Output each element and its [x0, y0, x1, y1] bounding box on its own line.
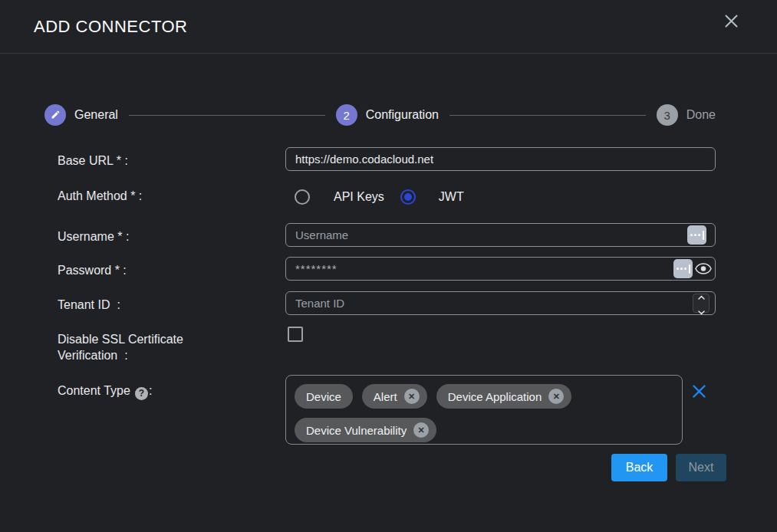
- auth-method-radio-group: API Keys JWT: [295, 189, 464, 205]
- username-input[interactable]: [285, 223, 716, 247]
- dialog-title: ADD CONNECTOR: [34, 17, 187, 37]
- disable-ssl-label: Disable SSL Certificate Verification :: [58, 331, 234, 363]
- base-url-label: Base URL * :: [58, 153, 128, 169]
- base-url-input[interactable]: [285, 147, 716, 171]
- add-connector-dialog: ADD CONNECTOR General 2 Configuration 3 …: [0, 0, 777, 532]
- next-button[interactable]: Next: [676, 454, 726, 481]
- disable-ssl-checkbox[interactable]: [288, 327, 303, 342]
- content-type-label: Content Type?:: [58, 383, 152, 400]
- autofill-icon[interactable]: [673, 259, 693, 278]
- tag-device-vulnerability: Device Vulnerability✕: [295, 418, 436, 442]
- back-button[interactable]: Back: [611, 454, 667, 481]
- tag-alert: Alert✕: [362, 384, 427, 409]
- wizard-stepper: General 2 Configuration 3 Done: [44, 103, 716, 126]
- radio-jwt[interactable]: [400, 189, 416, 205]
- chevron-down-icon: [698, 304, 705, 318]
- content-type-tags-input[interactable]: Device Alert✕ Device Application✕ Device…: [285, 375, 683, 445]
- close-button[interactable]: [722, 13, 740, 31]
- step-configuration[interactable]: 2 Configuration: [336, 104, 439, 126]
- content-type-label-text: Content Type: [58, 384, 130, 397]
- step-connector-line: [129, 115, 325, 116]
- username-label: Username * :: [58, 228, 129, 245]
- remove-tag-icon[interactable]: ✕: [413, 422, 429, 438]
- step-general-circle: [44, 104, 66, 126]
- number-spinner[interactable]: [693, 294, 710, 313]
- pencil-icon: [51, 109, 61, 122]
- chevron-up-icon: [698, 289, 705, 303]
- tag-label: Device: [306, 390, 341, 403]
- radio-api-keys[interactable]: [295, 189, 310, 205]
- remove-tag-icon[interactable]: ✕: [548, 389, 564, 404]
- tag-label: Device Application: [448, 390, 542, 403]
- tag-device: Device: [295, 384, 353, 409]
- show-password-eye-icon[interactable]: [695, 263, 712, 277]
- autofill-icon[interactable]: [687, 225, 706, 245]
- radio-api-keys-label: API Keys: [334, 190, 384, 204]
- step-done-label: Done: [686, 108, 716, 122]
- tag-device-application: Device Application✕: [436, 384, 572, 409]
- step-general[interactable]: General: [44, 104, 118, 126]
- password-label: Password * :: [58, 262, 127, 278]
- content-type-colon: :: [149, 384, 152, 397]
- step-configuration-label: Configuration: [366, 108, 439, 122]
- step-done-circle: 3: [657, 104, 678, 126]
- step-done[interactable]: 3 Done: [657, 104, 716, 126]
- auth-method-label: Auth Method * :: [58, 188, 142, 204]
- help-icon[interactable]: ?: [135, 387, 148, 400]
- tag-label: Device Vulnerability: [306, 424, 407, 437]
- remove-tag-icon[interactable]: ✕: [404, 389, 420, 404]
- password-input[interactable]: [285, 257, 716, 281]
- tenant-id-input[interactable]: [285, 291, 716, 315]
- step-general-label: General: [74, 108, 118, 122]
- radio-jwt-label: JWT: [439, 190, 464, 204]
- tenant-id-label: Tenant ID :: [58, 297, 120, 313]
- step-connector-line: [449, 115, 646, 116]
- clear-all-tags-icon[interactable]: [691, 384, 706, 399]
- dialog-header: ADD CONNECTOR: [0, 0, 777, 54]
- tag-label: Alert: [374, 390, 397, 403]
- step-configuration-circle: 2: [336, 104, 357, 126]
- close-icon: [723, 13, 739, 31]
